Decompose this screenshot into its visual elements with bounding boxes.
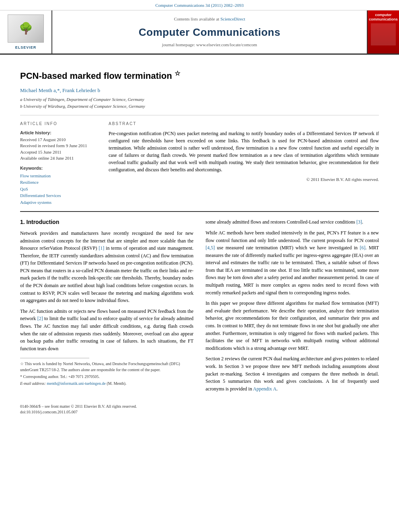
divider-after-affiliations — [20, 115, 379, 115]
elsevier-logo-area: 🌳 ELSEVIER — [0, 10, 52, 53]
copyright-line: © 2011 Elsevier B.V. All rights reserved… — [109, 177, 379, 183]
affiliation-b: b University of Würzburg, Department of … — [20, 103, 379, 109]
keywords-label: Keywords: — [20, 165, 101, 171]
right-para1: some already admitted flows and restores… — [206, 218, 379, 226]
star-footnote-symbol: ☆ — [175, 70, 180, 77]
keyword-5: Adaptive systems — [20, 199, 101, 206]
top-bar: Computer Communications 34 (2011) 2082–2… — [0, 0, 399, 10]
keyword-4: Differentiated Services — [20, 192, 101, 199]
abstract-column: ABSTRACT Pre-congestion notification (PC… — [109, 121, 379, 205]
journal-title: Computer Communications — [139, 25, 280, 39]
accepted-date: Accepted 15 June 2011 — [20, 149, 101, 155]
journal-header-center: Contents lists available at ScienceDirec… — [52, 10, 367, 53]
main-content: PCN-based marked flow termination ☆ Mich… — [0, 55, 399, 427]
footer-issn: 0140-3664/$ – see front matter © 2011 El… — [20, 404, 379, 409]
elsevier-tree-icon: 🌳 — [19, 23, 33, 34]
abstract-label: ABSTRACT — [109, 121, 379, 127]
body-divider — [20, 211, 379, 212]
right-para2: While AC methods have been studied inten… — [206, 229, 379, 296]
keyword-3: QoS — [20, 186, 101, 193]
journal-cover: computercommunications — [367, 10, 399, 53]
revised-date: Received in revised form 9 June 2011 — [20, 143, 101, 149]
right-para3: In this paper we propose three different… — [206, 300, 379, 352]
authors: Michael Menth a,*, Frank Lehrieder b — [20, 87, 379, 94]
article-info-abstract-section: ARTICLE INFO Article history: Received 1… — [20, 121, 379, 205]
footnote-2: * Corresponding author. Tel.: +49 7071 2… — [20, 374, 193, 380]
affiliation-a: a University of Tübingen, Department of … — [20, 97, 379, 103]
cover-title: computercommunications — [369, 13, 398, 22]
body-text-section: 1. Introduction Network providers and ma… — [20, 218, 379, 396]
body-left-column: 1. Introduction Network providers and ma… — [20, 218, 193, 396]
email-label: E-mail address: — [20, 381, 47, 386]
body-right-column: some already admitted flows and restores… — [206, 218, 379, 396]
right-para4: Section 2 reviews the current PCN dual m… — [206, 355, 379, 392]
keyword-2: Resilience — [20, 179, 101, 186]
abstract-text: Pre-congestion notification (PCN) uses p… — [109, 130, 379, 173]
elsevier-wordmark: ELSEVIER — [15, 45, 37, 50]
received-date: Received 17 August 2010 — [20, 137, 101, 143]
footnote-3: E-mail address: menth@informatik.uni-tue… — [20, 380, 193, 386]
article-info-label: ARTICLE INFO — [20, 121, 101, 127]
article-info-column: ARTICLE INFO Article history: Received 1… — [20, 121, 101, 205]
intro-heading: 1. Introduction — [20, 218, 193, 226]
sciencedirect-line: Contents lists available at ScienceDirec… — [174, 16, 245, 22]
email-name: (M. Menth). — [106, 381, 127, 386]
journal-homepage: journal homepage: www.elsevier.com/locat… — [162, 42, 257, 48]
journal-header: 🌳 ELSEVIER Contents lists available at S… — [0, 10, 399, 55]
intro-para1: Network providers and manufacturers have… — [20, 230, 193, 304]
sciencedirect-link[interactable]: ScienceDirect — [220, 16, 245, 21]
elsevier-logo-box: 🌳 — [8, 14, 44, 43]
page-footer: 0140-3664/$ – see front matter © 2011 El… — [20, 404, 379, 415]
cover-image-placeholder — [371, 23, 396, 45]
intro-para2: The AC function admits or rejects new fl… — [20, 308, 193, 353]
article-history-label: Article history: — [20, 130, 101, 136]
footnote-1: ☆ This work is funded by Nortel Networks… — [20, 361, 193, 373]
article-title: PCN-based marked flow termination ☆ — [20, 69, 379, 82]
email-link[interactable]: menth@informatik.uni-tuebingen.de — [47, 381, 105, 386]
keyword-1: Flow termination — [20, 173, 101, 179]
footer-doi: doi:10.1016/j.comcom.2011.05.007 — [20, 409, 379, 415]
journal-citation: Computer Communications 34 (2011) 2082–2… — [155, 3, 244, 8]
online-date: Available online 24 June 2011 — [20, 155, 101, 161]
footnote-divider — [20, 358, 89, 358]
